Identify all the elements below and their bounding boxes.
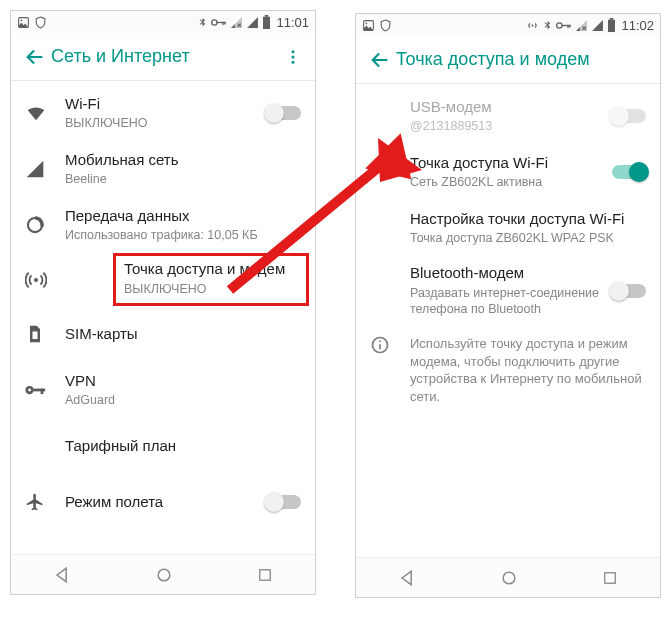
key-icon [211, 17, 227, 28]
page-title: Точка доступа и модем [396, 49, 652, 70]
row-subtitle: ВЫКЛЮЧЕНО [65, 115, 261, 131]
image-icon [362, 19, 375, 32]
row-title: Тарифный план [65, 437, 295, 456]
svg-rect-19 [260, 569, 271, 580]
airplane-icon [25, 492, 65, 512]
row-title: Передача данных [65, 207, 295, 226]
hotspot-status-icon [526, 19, 539, 32]
svg-point-18 [158, 569, 170, 581]
nav-home-button[interactable] [154, 565, 174, 585]
row-title: SIM-карты [65, 325, 295, 344]
svg-point-9 [292, 55, 295, 58]
info-icon [370, 335, 410, 405]
svg-rect-7 [263, 17, 270, 29]
bluetooth-switch[interactable] [612, 284, 646, 298]
wifi-hotspot-switch[interactable] [612, 165, 646, 179]
row-vpn[interactable]: VPN AdGuard [11, 362, 315, 418]
row-title: Bluetooth-модем [410, 264, 606, 283]
status-bar: 11:02 [356, 14, 660, 36]
svg-rect-17 [41, 389, 44, 395]
nav-recent-button[interactable] [256, 566, 274, 584]
info-text: Используйте точку доступа и режим модема… [410, 335, 644, 405]
settings-list: USB-модем @2131889513 Точка доступа Wi-F… [356, 84, 660, 415]
svg-point-8 [292, 50, 295, 53]
svg-point-15 [28, 389, 31, 392]
svg-rect-28 [608, 20, 615, 32]
back-button[interactable] [364, 49, 396, 71]
nav-back-button[interactable] [397, 568, 417, 588]
row-data-plan[interactable]: Тарифный план [11, 418, 315, 474]
airplane-switch[interactable] [267, 495, 301, 509]
svg-point-12 [34, 277, 38, 281]
nav-back-button[interactable] [52, 565, 72, 585]
back-button[interactable] [19, 46, 51, 68]
bluetooth-icon [197, 16, 208, 29]
svg-rect-5 [225, 21, 226, 24]
signal-x-icon [575, 19, 588, 32]
status-bar: 11:01 [11, 11, 315, 33]
row-airplane-mode[interactable]: Режим полета [11, 474, 315, 530]
shield-icon [379, 19, 392, 32]
svg-point-32 [503, 572, 515, 584]
svg-rect-4 [223, 21, 224, 24]
image-icon [17, 16, 30, 29]
row-title: Режим полета [65, 493, 261, 512]
nav-home-button[interactable] [499, 568, 519, 588]
wifi-icon [25, 102, 65, 124]
row-usb-tethering: USB-модем @2131889513 [356, 88, 660, 144]
row-title: VPN [65, 372, 295, 391]
overflow-button[interactable] [279, 48, 307, 66]
status-right: 11:01 [197, 15, 309, 30]
svg-point-23 [557, 22, 562, 27]
row-data-usage[interactable]: Передача данных Использовано трафика: 10… [11, 197, 315, 253]
svg-rect-6 [265, 15, 269, 17]
data-usage-icon [25, 215, 65, 235]
row-mobile-network[interactable]: Мобильная сеть Beeline [11, 141, 315, 197]
row-subtitle: Использовано трафика: 10,05 КБ [65, 227, 295, 243]
phone-left: 11:01 Сеть и Интернет Wi-Fi ВЫКЛЮЧЕНО Мо… [10, 10, 316, 595]
svg-rect-16 [33, 389, 45, 392]
row-subtitle: Раздавать интернет-соединение телефона п… [410, 285, 606, 318]
battery-icon [607, 18, 616, 32]
svg-point-22 [532, 24, 534, 26]
status-right: 11:02 [526, 18, 654, 33]
row-subtitle: AdGuard [65, 392, 295, 408]
svg-rect-33 [605, 572, 616, 583]
battery-icon [262, 15, 271, 29]
app-bar: Сеть и Интернет [11, 33, 315, 81]
row-sim-cards[interactable]: SIM-карты [11, 306, 315, 362]
row-hotspot-tethering[interactable]: Точка доступа и модем ВЫКЛЮЧЕНО [113, 253, 309, 306]
clock-text: 11:01 [276, 15, 309, 30]
row-subtitle: Beeline [65, 171, 295, 187]
nav-bar [356, 557, 660, 597]
row-bluetooth-tethering[interactable]: Bluetooth-модем Раздавать интернет-соеди… [356, 256, 660, 325]
status-left [17, 16, 47, 29]
key-icon [556, 20, 572, 31]
row-subtitle: Сеть ZB602KL активна [410, 174, 606, 190]
row-title: Точка доступа и модем [124, 260, 298, 279]
row-hotspot-setup[interactable]: Настройка точки доступа Wi-Fi Точка дост… [356, 200, 660, 256]
row-subtitle: Точка доступа ZB602KL WPA2 PSK [410, 230, 640, 246]
row-subtitle: ВЫКЛЮЧЕНО [124, 281, 298, 297]
row-title: Мобильная сеть [65, 151, 295, 170]
row-subtitle: @2131889513 [410, 118, 606, 134]
svg-rect-25 [568, 24, 569, 27]
svg-point-2 [212, 19, 217, 24]
hotspot-icon [11, 269, 65, 291]
row-wifi-hotspot[interactable]: Точка доступа Wi-Fi Сеть ZB602KL активна [356, 144, 660, 200]
row-title: USB-модем [410, 98, 606, 117]
row-title: Wi-Fi [65, 95, 261, 114]
vpn-key-icon [25, 383, 65, 397]
wifi-switch[interactable] [267, 106, 301, 120]
signal-icon [25, 159, 65, 179]
nav-recent-button[interactable] [601, 569, 619, 587]
app-bar: Точка доступа и модем [356, 36, 660, 84]
clock-text: 11:02 [621, 18, 654, 33]
shield-icon [34, 16, 47, 29]
signal-icon [246, 16, 259, 29]
page-title: Сеть и Интернет [51, 46, 279, 67]
svg-point-10 [292, 60, 295, 63]
info-note: Используйте точку доступа и режим модема… [356, 325, 660, 415]
svg-rect-13 [33, 332, 38, 340]
row-wifi[interactable]: Wi-Fi ВЫКЛЮЧЕНО [11, 85, 315, 141]
